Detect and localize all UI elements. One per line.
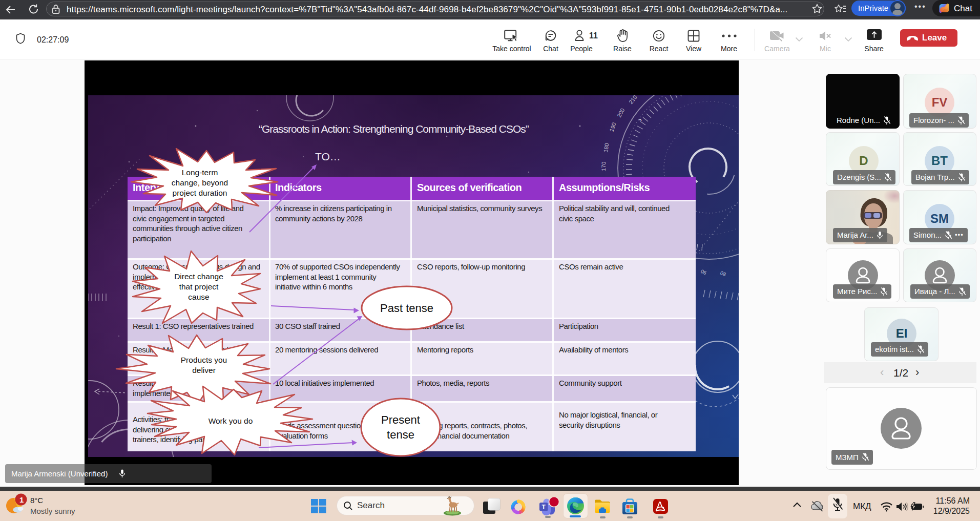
svg-text:1: 1 [19, 495, 24, 504]
svg-text:T: T [542, 504, 546, 511]
